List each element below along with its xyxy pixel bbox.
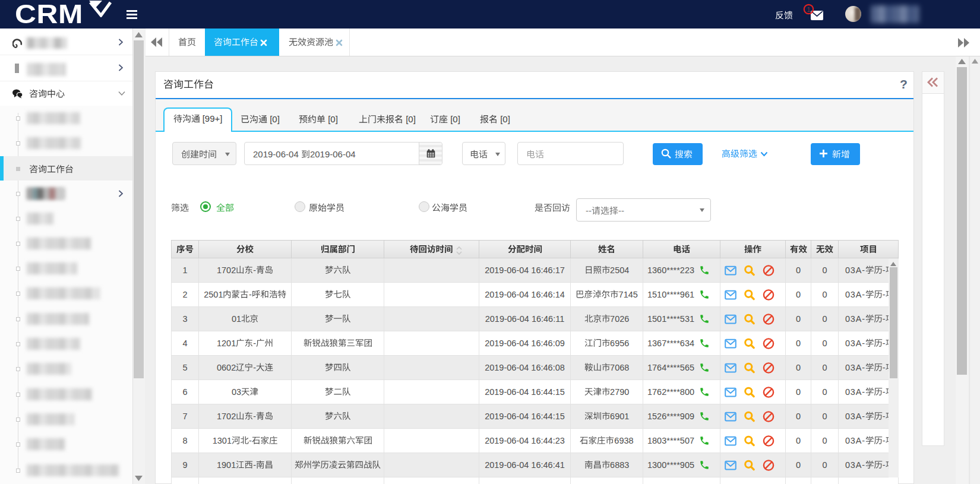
svg-text:1: 1 bbox=[807, 6, 810, 13]
